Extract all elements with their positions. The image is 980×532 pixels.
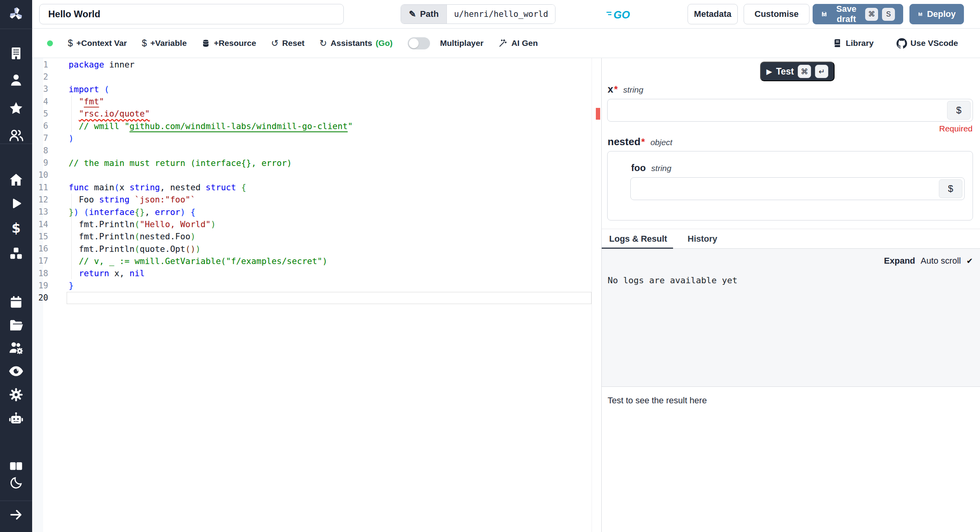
code-line: 19} bbox=[32, 279, 601, 292]
sidebar-item-favorites[interactable] bbox=[0, 100, 32, 117]
line-number: 3 bbox=[32, 84, 48, 94]
svg-text:$: $ bbox=[11, 221, 20, 236]
toolbar-right: Library Use VScode bbox=[833, 38, 980, 49]
path-button[interactable]: ✎ Path bbox=[401, 5, 446, 24]
editor-scrollbar[interactable] bbox=[592, 58, 592, 532]
assistants-lang-label: (Go) bbox=[376, 38, 392, 48]
folder-open-icon bbox=[8, 317, 24, 333]
code-line: 5 "rsc.io/quote" bbox=[32, 107, 601, 120]
metadata-button[interactable]: Metadata bbox=[688, 4, 738, 24]
insert-variable-button[interactable]: $ bbox=[947, 101, 971, 120]
insert-variable-button[interactable]: $ bbox=[939, 179, 962, 198]
code-text: } bbox=[69, 281, 74, 290]
code-text: return x, nil bbox=[69, 268, 145, 278]
arg-foo-input[interactable]: $ bbox=[630, 177, 965, 200]
kbd-s: S bbox=[882, 8, 895, 21]
line-number: 19 bbox=[32, 281, 48, 290]
no-logs-message: No logs are available yet bbox=[608, 275, 737, 285]
save-icon bbox=[821, 9, 828, 19]
arg-nested-type: object bbox=[650, 138, 672, 147]
code-line: 2 bbox=[32, 71, 601, 83]
sidebar-item-user[interactable] bbox=[0, 71, 32, 89]
arg-x-label: x* string bbox=[608, 83, 643, 95]
library-button[interactable]: Library bbox=[833, 38, 873, 48]
code-text: Foo string `json:"foo"` bbox=[69, 195, 196, 204]
add-context-var-button[interactable]: $ +Context Var bbox=[68, 38, 127, 49]
path-value[interactable]: u/henri/hello_world bbox=[446, 5, 555, 24]
error-overview-marker bbox=[596, 108, 600, 120]
ai-gen-button[interactable]: AI Gen bbox=[498, 38, 538, 48]
code-editor[interactable]: 1package inner23import (4 "fmt"5 "rsc.io… bbox=[32, 58, 601, 532]
dollar-icon: $ bbox=[9, 221, 24, 236]
sidebar-item-variables[interactable]: $ bbox=[0, 220, 32, 237]
code-line: 14 fmt.Println("Hello, World") bbox=[32, 218, 601, 230]
script-title-input[interactable] bbox=[39, 4, 344, 24]
database-icon bbox=[201, 39, 210, 47]
arg-foo-type: string bbox=[651, 164, 671, 173]
test-button[interactable]: ▶ Test ⌘ ↵ bbox=[760, 62, 835, 81]
line-number: 12 bbox=[32, 195, 48, 204]
sidebar: $ bbox=[0, 0, 32, 532]
sidebar-item-groups[interactable] bbox=[0, 127, 32, 144]
code-line: 18 return x, nil bbox=[32, 267, 601, 279]
gear-icon bbox=[8, 387, 24, 403]
sidebar-item-settings[interactable] bbox=[0, 386, 32, 403]
required-hint: Required bbox=[939, 124, 973, 133]
star-icon bbox=[8, 100, 24, 116]
reset-icon: ↺ bbox=[271, 38, 278, 49]
sidebar-divider bbox=[0, 501, 32, 501]
test-label: Test bbox=[776, 66, 794, 77]
sidebar-item-folders[interactable] bbox=[0, 317, 32, 334]
toolbar-left: $ +Context Var $ +Variable +Resource ↺ R… bbox=[32, 37, 833, 49]
reset-button[interactable]: ↺ Reset bbox=[271, 38, 304, 49]
windmill-logo[interactable] bbox=[0, 5, 32, 23]
sidebar-item-runs[interactable] bbox=[0, 195, 32, 213]
line-number: 2 bbox=[32, 72, 48, 82]
add-variable-button[interactable]: $ +Variable bbox=[142, 38, 187, 49]
add-context-var-label: +Context Var bbox=[76, 38, 127, 48]
deploy-button[interactable]: Deploy bbox=[909, 4, 964, 24]
tab-logs-result[interactable]: Logs & Result bbox=[609, 229, 667, 249]
code-text: }) (interface{}, error) { bbox=[69, 207, 196, 217]
multiplayer-toggle[interactable] bbox=[408, 37, 430, 49]
sidebar-item-resources[interactable] bbox=[0, 245, 32, 262]
expand-button[interactable]: Expand bbox=[884, 256, 915, 266]
toggle-knob bbox=[409, 38, 419, 48]
use-vscode-button[interactable]: Use VScode bbox=[897, 38, 958, 49]
customise-button[interactable]: Customise bbox=[744, 4, 809, 24]
auto-scroll-toggle[interactable]: Auto scroll bbox=[921, 256, 961, 266]
code-line: 8 bbox=[32, 144, 601, 157]
save-draft-button[interactable]: Save draft ⌘ S bbox=[813, 4, 903, 24]
assistants-button[interactable]: ↻ Assistants (Go) bbox=[319, 38, 393, 49]
sidebar-item-dark-mode[interactable] bbox=[0, 474, 32, 492]
sidebar-item-audit-logs[interactable] bbox=[0, 363, 32, 380]
sidebar-item-schedules[interactable] bbox=[0, 293, 32, 311]
ai-gen-label: AI Gen bbox=[511, 38, 538, 48]
code-text: // v, _ := wmill.GetVariable("f/examples… bbox=[69, 256, 327, 266]
code-text: fmt.Println(quote.Opt()) bbox=[69, 244, 201, 254]
sidebar-item-workers[interactable] bbox=[0, 339, 32, 357]
code-line: 20 bbox=[32, 292, 601, 304]
line-number: 5 bbox=[32, 109, 48, 118]
moon-icon bbox=[9, 476, 23, 490]
line-number: 14 bbox=[32, 220, 48, 229]
tab-history[interactable]: History bbox=[688, 229, 717, 249]
arg-x-input[interactable]: $ bbox=[607, 99, 973, 122]
result-area: Test to see the result here bbox=[602, 387, 980, 532]
code-text: "rsc.io/quote" bbox=[69, 109, 150, 118]
add-resource-button[interactable]: +Resource bbox=[201, 38, 256, 48]
code-line: 9// the main must return (interface{}, e… bbox=[32, 157, 601, 169]
sidebar-item-ai[interactable] bbox=[0, 410, 32, 427]
sidebar-item-workspace[interactable] bbox=[0, 45, 32, 62]
kbd-cmd: ⌘ bbox=[865, 8, 878, 21]
sidebar-item-home[interactable] bbox=[0, 171, 32, 188]
line-number: 18 bbox=[32, 269, 48, 278]
reset-label: Reset bbox=[282, 38, 305, 48]
multiplayer-label: Multiplayer bbox=[440, 38, 484, 48]
windmill-script-editor: $ bbox=[0, 0, 980, 532]
add-resource-label: +Resource bbox=[214, 38, 256, 48]
sidebar-item-docs[interactable] bbox=[0, 457, 32, 475]
sidebar-collapse-button[interactable] bbox=[0, 506, 32, 523]
code-line: 6 // wmill "github.com/windmill-labs/win… bbox=[32, 120, 601, 132]
result-placeholder: Test to see the result here bbox=[608, 395, 707, 406]
